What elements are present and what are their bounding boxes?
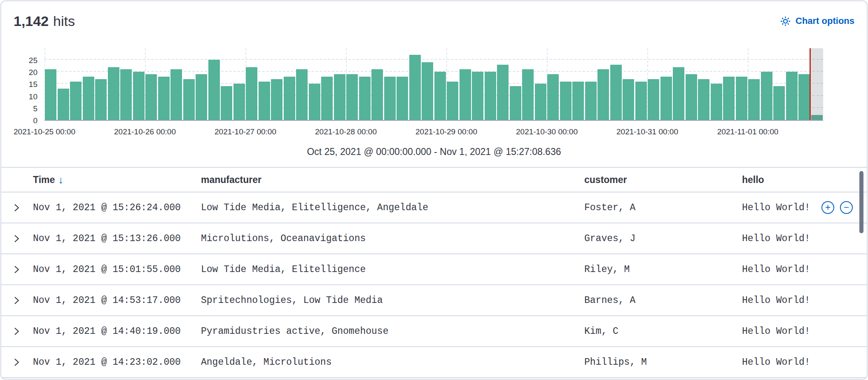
histogram-bar[interactable] xyxy=(108,67,119,120)
histogram-bar[interactable] xyxy=(120,69,132,120)
cell-time: Nov 1, 2021 @ 14:23:02.000 xyxy=(33,357,201,368)
histogram-bar[interactable] xyxy=(259,82,270,120)
histogram-bar[interactable] xyxy=(711,84,722,120)
filter-out-button[interactable]: − xyxy=(840,201,853,214)
histogram-bar[interactable] xyxy=(472,72,483,120)
histogram-bar[interactable] xyxy=(183,79,195,120)
histogram-bar[interactable] xyxy=(83,77,94,120)
histogram-bar[interactable] xyxy=(798,74,810,120)
histogram-bar[interactable] xyxy=(145,74,157,120)
histogram-bar[interactable] xyxy=(736,77,747,120)
column-header-label: customer xyxy=(584,174,627,185)
histogram-bar[interactable] xyxy=(572,82,584,120)
histogram-bar[interactable] xyxy=(773,86,785,120)
cell-manufacturer: Pyramidustries active, Gnomehouse xyxy=(201,326,584,337)
filter-for-button[interactable]: + xyxy=(821,201,834,214)
histogram-bar[interactable] xyxy=(560,82,572,120)
cell-manufacturer: Spritechnologies, Low Tide Media xyxy=(201,295,584,306)
histogram-bar[interactable] xyxy=(673,67,684,120)
expand-row-button[interactable] xyxy=(12,265,21,274)
histogram-bar[interactable] xyxy=(485,72,496,120)
histogram-bar[interactable] xyxy=(409,55,421,120)
histogram-bar[interactable] xyxy=(371,69,383,120)
x-axis-tick-label: 2021-10-28 00:00 xyxy=(315,127,377,136)
histogram-bar[interactable] xyxy=(547,74,559,120)
histogram-bar[interactable] xyxy=(45,69,56,120)
hits-count: 1,142 xyxy=(14,13,49,29)
histogram-bar[interactable] xyxy=(233,84,245,120)
histogram-bar[interactable] xyxy=(460,69,471,120)
histogram-bar[interactable] xyxy=(133,72,145,120)
cell-hello: Hello World! xyxy=(742,233,810,244)
chart-options-button[interactable]: Chart options xyxy=(780,16,854,27)
histogram-bar[interactable] xyxy=(397,77,408,120)
histogram-bar[interactable] xyxy=(208,60,220,120)
sort-desc-icon[interactable]: ↓ xyxy=(58,175,63,185)
table-row: Nov 1, 2021 @ 15:01:55.000Low Tide Media… xyxy=(1,254,867,285)
expand-row-button[interactable] xyxy=(12,327,21,336)
expand-row-button[interactable] xyxy=(12,296,21,305)
histogram-bar[interactable] xyxy=(384,77,396,120)
histogram-bar[interactable] xyxy=(660,77,672,120)
histogram-bar[interactable] xyxy=(284,77,295,120)
histogram-bar[interactable] xyxy=(698,79,709,120)
histogram-bar[interactable] xyxy=(246,67,257,120)
column-header-customer[interactable]: customer xyxy=(584,174,742,185)
histogram-bar[interactable] xyxy=(434,72,446,120)
histogram-bar[interactable] xyxy=(170,69,182,120)
column-header-manufacturer[interactable]: manufacturer xyxy=(201,174,584,185)
histogram-bar[interactable] xyxy=(447,82,458,120)
histogram-bar[interactable] xyxy=(221,86,232,120)
table-row: Nov 1, 2021 @ 14:23:02.000Angeldale, Mic… xyxy=(1,347,867,378)
table-body: Nov 1, 2021 @ 15:26:24.000Low Tide Media… xyxy=(1,192,867,378)
histogram-bar[interactable] xyxy=(535,84,546,120)
cell-time: Nov 1, 2021 @ 15:26:24.000 xyxy=(33,202,201,213)
histogram-bar[interactable] xyxy=(635,82,647,120)
histogram-bar[interactable] xyxy=(422,62,433,120)
histogram-bar[interactable] xyxy=(196,74,207,120)
histogram-bar[interactable] xyxy=(158,77,170,120)
histogram-bar[interactable] xyxy=(686,74,697,120)
histogram-bar[interactable] xyxy=(346,74,358,120)
histogram-bar[interactable] xyxy=(497,65,509,120)
histogram-bar[interactable] xyxy=(623,79,634,120)
cell-customer: Graves, J xyxy=(584,233,742,244)
histogram-bar[interactable] xyxy=(309,84,320,120)
cell-hello: Hello World! xyxy=(742,264,810,275)
expand-row-button[interactable] xyxy=(12,358,21,367)
x-axis: 2021-10-25 00:002021-10-26 00:002021-10-… xyxy=(1,127,867,140)
histogram-bar[interactable] xyxy=(748,79,760,120)
expand-row-button[interactable] xyxy=(12,203,21,212)
histogram-bar[interactable] xyxy=(522,69,534,120)
histogram-bar[interactable] xyxy=(610,65,622,120)
cell-customer: Phillips, M xyxy=(584,357,742,368)
histogram-bar[interactable] xyxy=(334,74,345,120)
histogram-bar[interactable] xyxy=(786,72,798,120)
histogram-bar[interactable] xyxy=(321,77,333,120)
column-header-time[interactable]: Time↓ xyxy=(33,174,201,185)
chart-options-label: Chart options xyxy=(796,16,854,26)
y-axis-tick-label: 20 xyxy=(1,68,37,77)
chevron-right-icon xyxy=(12,234,21,243)
table-scrollbar[interactable] xyxy=(859,171,863,233)
histogram-bar[interactable] xyxy=(761,72,772,120)
histogram-bar[interactable] xyxy=(58,89,69,120)
cell-customer: Barnes, A xyxy=(584,295,742,306)
chart-plot[interactable] xyxy=(44,48,823,121)
cell-time: Nov 1, 2021 @ 15:01:55.000 xyxy=(33,264,201,275)
histogram-bar[interactable] xyxy=(510,86,521,120)
y-gridline xyxy=(44,59,823,60)
histogram-bar[interactable] xyxy=(359,77,371,120)
histogram-bar[interactable] xyxy=(296,69,308,120)
histogram-bar[interactable] xyxy=(271,79,282,120)
partial-bucket-overlay xyxy=(811,48,824,120)
expand-row-button[interactable] xyxy=(12,234,21,243)
histogram-bar[interactable] xyxy=(723,77,735,120)
histogram-bar[interactable] xyxy=(648,79,659,120)
column-header-hello[interactable]: hello xyxy=(742,174,867,185)
histogram-bar[interactable] xyxy=(585,82,597,120)
chevron-right-icon xyxy=(12,327,21,336)
histogram-bar[interactable] xyxy=(70,82,82,120)
histogram-bar[interactable] xyxy=(95,79,107,120)
histogram-bar[interactable] xyxy=(597,69,609,120)
